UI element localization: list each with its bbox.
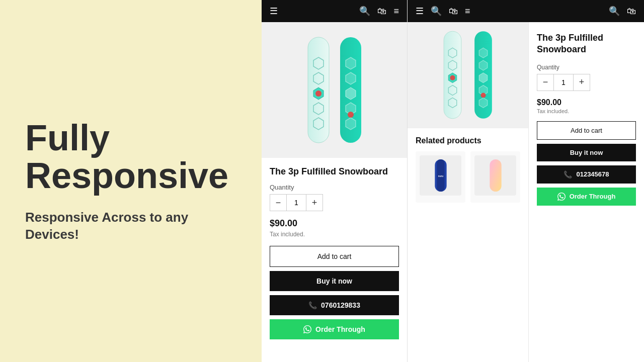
related-products-list: nuru [416, 151, 520, 203]
sidebar-qty-decrease[interactable]: − [537, 74, 553, 90]
desktop-nav-right: 🔍 🛍 [609, 6, 636, 17]
mobile-product-info: The 3p Fulfilled Snowboard Quantity − + … [262, 158, 407, 347]
sidebar-qty-increase[interactable]: + [574, 74, 590, 90]
cart-icon[interactable]: 🛍 [377, 6, 386, 17]
browser-split: ☰ 🔍 🛍 ≡ [262, 0, 644, 362]
search-icon[interactable]: 🔍 [359, 6, 370, 17]
related-product-1-image: nuru [420, 155, 461, 196]
sidebar-qty-label: Quantity [537, 64, 636, 71]
mobile-buy-now-button[interactable]: Buy it now [270, 271, 399, 291]
sidebar-order-through-label: Order Through [570, 193, 616, 200]
mobile-nav-left-icons: ☰ [270, 6, 278, 17]
mobile-product-title: The 3p Fulfilled Snowboard [270, 166, 399, 177]
menu-icon[interactable]: ☰ [270, 6, 278, 17]
subheadline: Responsive Across to any Devices! [25, 209, 236, 243]
pane-left: ☰ 🔍 🛍 ≡ [262, 0, 408, 362]
sidebar-phone-number: 012345678 [576, 170, 609, 178]
sidebar-price: $90.00 [537, 98, 636, 107]
lines-icon[interactable]: ≡ [393, 6, 399, 17]
desktop-right-search-icon[interactable]: 🔍 [609, 6, 620, 17]
sidebar-phone-icon: 📞 [564, 170, 572, 178]
mobile-phone-button[interactable]: 📞 0760129833 [270, 295, 399, 315]
desktop-snowboard-2 [469, 27, 497, 123]
desktop-content: Related products nuru [408, 22, 644, 362]
svg-point-6 [315, 90, 321, 97]
svg-marker-12 [346, 118, 356, 130]
svg-rect-31 [490, 159, 501, 192]
related-section: Related products nuru [408, 128, 528, 211]
related-product-2-image [474, 155, 516, 196]
mobile-nav-center-icons: 🔍 🛍 ≡ [359, 6, 399, 17]
pane-right: ☰ 🔍 🛍 ≡ 🔍 🛍 [408, 0, 644, 362]
snowboard-2 [336, 32, 365, 148]
svg-marker-23 [479, 60, 488, 70]
svg-marker-26 [479, 98, 488, 108]
desktop-sidebar: The 3p Fulfilled Snowboard Quantity − + … [528, 22, 644, 362]
desktop-snowboard-1 [439, 27, 466, 123]
mobile-qty-label: Quantity [270, 184, 399, 191]
mobile-product-images [262, 22, 407, 158]
mobile-whatsapp-button[interactable]: Order Through [270, 319, 399, 339]
browser-wrap: ☰ 🔍 🛍 ≡ [262, 0, 644, 362]
left-panel: FullyResponsive Responsive Across to any… [0, 0, 262, 362]
desktop-top: Related products nuru [408, 22, 644, 362]
desktop-menu-icon[interactable]: ☰ [416, 6, 424, 17]
sidebar-buy-now-button[interactable]: Buy it now [537, 144, 636, 161]
desktop-cart-icon[interactable]: 🛍 [449, 6, 458, 17]
mobile-order-through-label: Order Through [315, 325, 365, 333]
desktop-nav: ☰ 🔍 🛍 ≡ 🔍 🛍 [408, 0, 644, 22]
mobile-tax: Tax included. [270, 231, 399, 238]
related-snowboard-2 [483, 158, 508, 193]
mobile-qty-decrease[interactable]: − [270, 195, 286, 211]
desktop-snowboard-pair [439, 27, 497, 123]
mobile-nav: ☰ 🔍 🛍 ≡ [262, 0, 407, 22]
svg-point-27 [481, 93, 486, 98]
svg-point-20 [450, 75, 455, 80]
sidebar-whatsapp-button[interactable]: Order Through [537, 188, 636, 206]
phone-icon: 📞 [308, 301, 317, 309]
mobile-add-to-cart-button[interactable]: Add to cart [270, 246, 399, 267]
desktop-lines-icon[interactable]: ≡ [465, 6, 470, 17]
svg-text:nuru: nuru [438, 175, 443, 177]
mobile-qty-increase[interactable]: + [306, 195, 323, 211]
sidebar-phone-button[interactable]: 📞 012345678 [537, 165, 636, 184]
mobile-qty-control: − + [270, 194, 323, 211]
mobile-phone-number: 0760129833 [321, 301, 360, 309]
related-product-2[interactable] [470, 151, 520, 203]
sidebar-add-to-cart-button[interactable]: Add to cart [537, 121, 636, 140]
svg-marker-22 [479, 48, 488, 58]
desktop-nav-left: ☰ 🔍 🛍 ≡ [416, 6, 470, 17]
svg-marker-9 [346, 72, 356, 84]
snowboard-1 [304, 32, 333, 148]
related-title: Related products [416, 136, 520, 145]
desktop-main: Related products nuru [408, 22, 528, 362]
snowboard-pair [304, 32, 365, 148]
headline: FullyResponsive [25, 119, 236, 195]
desktop-search-icon[interactable]: 🔍 [431, 6, 442, 17]
related-product-1[interactable]: nuru [416, 151, 465, 203]
desktop-right-cart-icon[interactable]: 🛍 [627, 6, 636, 17]
whatsapp-icon [303, 325, 311, 333]
related-snowboard-1: nuru [428, 158, 453, 193]
svg-marker-8 [346, 57, 356, 69]
sidebar-whatsapp-icon [557, 193, 566, 201]
sidebar-product-title: The 3p Fulfilled Snowboard [537, 32, 636, 56]
sidebar-tax: Tax included. [537, 108, 636, 114]
sidebar-qty-control: − + [537, 74, 590, 91]
desktop-product-images [408, 22, 528, 128]
svg-point-13 [348, 112, 354, 118]
sidebar-qty-input[interactable] [553, 74, 574, 90]
mobile-price: $90.00 [270, 218, 399, 229]
mobile-qty-input[interactable] [286, 195, 306, 211]
